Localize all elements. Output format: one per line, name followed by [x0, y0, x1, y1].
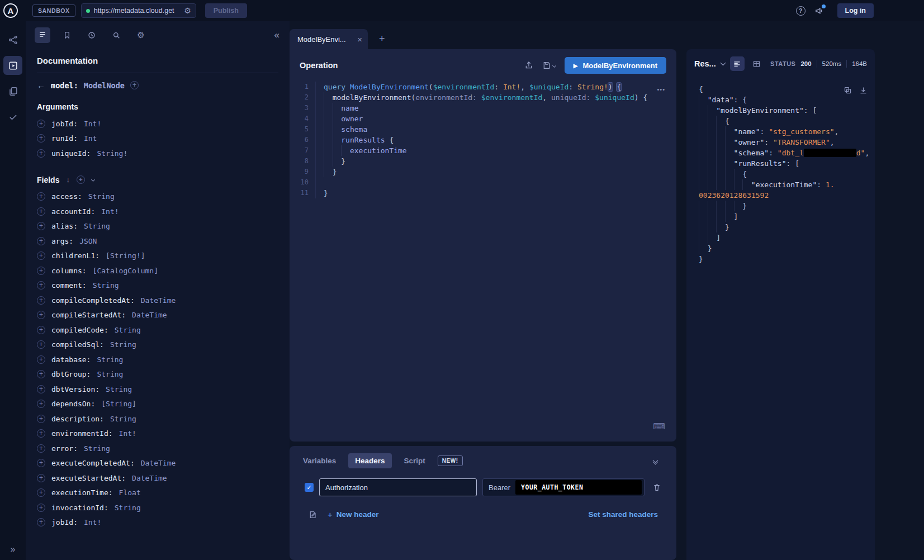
add-to-query-icon[interactable]: [37, 429, 45, 438]
add-to-query-icon[interactable]: [37, 415, 45, 423]
rail-checklist-icon[interactable]: [3, 107, 22, 126]
download-response-icon[interactable]: [859, 86, 868, 94]
announcements-icon[interactable]: [814, 6, 824, 16]
field-item[interactable]: executeCompletedAt: DateTime: [37, 456, 278, 471]
back-icon[interactable]: [37, 80, 45, 90]
argument-item[interactable]: runId: Int: [37, 131, 278, 146]
share-icon[interactable]: [524, 61, 533, 70]
field-type[interactable]: DateTime: [141, 459, 176, 467]
field-item[interactable]: accountId: Int!: [37, 204, 278, 219]
add-to-query-icon[interactable]: [37, 251, 45, 260]
add-type-icon[interactable]: [130, 81, 139, 89]
field-item[interactable]: dbtGroup: String: [37, 367, 278, 382]
save-icon[interactable]: [542, 61, 556, 70]
add-to-query-icon[interactable]: [37, 474, 45, 482]
field-type[interactable]: [String]: [101, 400, 136, 408]
bookmark-icon[interactable]: [59, 27, 75, 43]
collapse-docs-icon[interactable]: [274, 30, 279, 41]
add-to-query-icon[interactable]: [37, 207, 45, 216]
field-type[interactable]: String: [93, 281, 119, 290]
field-item[interactable]: compiledCode: String: [37, 322, 278, 338]
field-item[interactable]: args: JSON: [37, 234, 278, 249]
document-edit-icon[interactable]: [309, 510, 318, 519]
add-to-query-icon[interactable]: [37, 488, 45, 497]
rail-graph-icon[interactable]: [3, 30, 22, 49]
header-key-input[interactable]: [319, 478, 477, 496]
field-type[interactable]: String: [88, 192, 115, 201]
field-item[interactable]: jobId: Int!: [37, 515, 278, 530]
endpoint-settings-icon[interactable]: [184, 7, 191, 15]
operation-tab[interactable]: ModelByEnvi...: [290, 29, 368, 49]
field-type[interactable]: Int!: [84, 120, 101, 128]
response-dropdown-icon[interactable]: [720, 60, 726, 66]
add-to-query-icon[interactable]: [37, 444, 45, 453]
add-to-query-icon[interactable]: [37, 222, 45, 230]
apollo-logo[interactable]: A: [3, 3, 18, 18]
field-item[interactable]: alias: String: [37, 219, 278, 234]
field-item[interactable]: database: String: [37, 352, 278, 367]
add-to-query-icon[interactable]: [37, 400, 45, 408]
collapse-bottom-panel-icon[interactable]: [653, 458, 657, 464]
add-to-query-icon[interactable]: [37, 326, 45, 334]
field-item[interactable]: invocationId: String: [37, 500, 278, 515]
add-to-query-icon[interactable]: [37, 370, 45, 378]
field-type[interactable]: Int!: [84, 518, 101, 526]
field-type[interactable]: Float: [119, 488, 141, 497]
field-item[interactable]: compiledSql: String: [37, 338, 278, 353]
field-type[interactable]: String: [97, 355, 123, 364]
field-type[interactable]: DateTime: [132, 311, 167, 319]
field-type[interactable]: [CatalogColumn]: [93, 267, 158, 275]
documentation-tab-icon[interactable]: [35, 27, 50, 43]
type-name-link[interactable]: ModelNode: [84, 81, 125, 90]
header-value-input[interactable]: BearerYOUR_AUTH_TOKEN: [482, 478, 645, 496]
field-item[interactable]: executeStartedAt: DateTime: [37, 471, 278, 486]
field-item[interactable]: compileStartedAt: DateTime: [37, 308, 278, 323]
copy-response-icon[interactable]: [844, 86, 852, 94]
search-icon[interactable]: [108, 27, 124, 43]
field-item[interactable]: access: String: [37, 189, 278, 205]
add-to-query-icon[interactable]: [37, 385, 45, 393]
operation-editor[interactable]: 1query ModelByEnvironment($environmentId…: [290, 78, 676, 442]
field-type[interactable]: String: [115, 504, 141, 512]
add-to-query-icon[interactable]: [37, 355, 45, 364]
add-to-query-icon[interactable]: [37, 281, 45, 290]
response-title[interactable]: Res...: [694, 59, 716, 68]
add-to-query-icon[interactable]: [37, 267, 45, 275]
rail-explorer-icon[interactable]: [3, 56, 22, 75]
login-button[interactable]: Log in: [837, 3, 874, 18]
add-fields-chevron-icon[interactable]: [91, 178, 95, 182]
header-enabled-checkbox[interactable]: ✓: [305, 483, 314, 492]
table-view-icon[interactable]: [750, 56, 764, 71]
add-to-query-icon[interactable]: [37, 237, 45, 245]
field-type[interactable]: DateTime: [141, 296, 176, 305]
set-shared-headers-link[interactable]: Set shared headers: [588, 510, 658, 519]
tab-script[interactable]: Script: [397, 453, 432, 468]
field-type[interactable]: Int!: [119, 429, 136, 438]
field-item[interactable]: comment: String: [37, 278, 278, 293]
field-type[interactable]: String: [84, 444, 110, 453]
formatted-view-icon[interactable]: [730, 56, 745, 71]
field-type[interactable]: String: [106, 385, 132, 393]
argument-item[interactable]: jobId: Int!: [37, 116, 278, 131]
add-to-query-icon[interactable]: [37, 311, 45, 319]
add-to-query-icon[interactable]: [37, 518, 45, 526]
field-type[interactable]: DateTime: [132, 474, 167, 482]
field-item[interactable]: error: String: [37, 441, 278, 456]
history-icon[interactable]: [84, 27, 99, 43]
add-to-query-icon[interactable]: [37, 120, 45, 128]
expand-panel-icon[interactable]: [0, 544, 26, 554]
field-type[interactable]: String!: [97, 149, 127, 158]
field-type[interactable]: JSON: [79, 237, 97, 245]
response-json[interactable]: { "data": { "modelByEnvironment": [ { "n…: [686, 76, 875, 560]
field-type[interactable]: String: [115, 326, 141, 334]
keyboard-shortcuts-icon[interactable]: [653, 421, 665, 431]
field-item[interactable]: executionTime: Float: [37, 486, 278, 501]
endpoint-url-input[interactable]: https://metadata.cloud.get: [81, 3, 196, 18]
add-all-fields-icon[interactable]: [77, 175, 85, 184]
tab-headers[interactable]: Headers: [348, 453, 391, 468]
tab-variables[interactable]: Variables: [296, 453, 343, 468]
field-type[interactable]: String: [110, 415, 136, 423]
field-item[interactable]: description: String: [37, 411, 278, 426]
add-to-query-icon[interactable]: [37, 149, 45, 158]
close-tab-icon[interactable]: [357, 35, 362, 44]
